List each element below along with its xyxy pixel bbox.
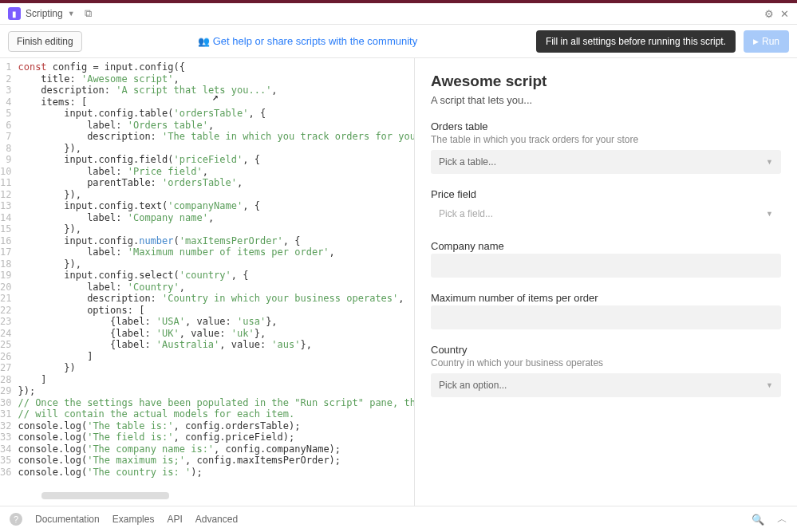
chevron-down-icon: ▼ [766, 158, 773, 166]
settings-pane: Awesome script A script that lets you...… [415, 58, 797, 506]
tab-documentation[interactable]: Documentation [35, 514, 100, 525]
play-icon: ▶ [753, 37, 759, 45]
setting-field: Orders tableThe table in which you track… [431, 120, 781, 174]
finish-editing-button[interactable]: Finish editing [8, 31, 82, 52]
field-label: Orders table [431, 120, 781, 132]
main-area: 1234567891011121314151617181920212223242… [0, 58, 797, 506]
help-label: Get help or share scripts with the commu… [213, 35, 418, 47]
bottom-bar: ? Documentation Examples API Advanced 🔍 … [0, 506, 797, 532]
select-input[interactable]: Pick an option...▼ [431, 373, 781, 397]
tab-examples[interactable]: Examples [112, 514, 155, 525]
help-icon[interactable]: ? [10, 513, 22, 526]
field-label: Country [431, 344, 781, 356]
code-content[interactable]: const config = input.config({ title: 'Aw… [18, 61, 415, 478]
chevron-down-icon: ▼ [766, 210, 773, 218]
select-input[interactable]: Pick a field...▼ [431, 202, 781, 226]
script-description: A script that lets you... [431, 94, 781, 106]
window-title-bar: ▮ Scripting ▼ ⧉ ⚙ ✕ [0, 0, 797, 25]
chevron-up-icon[interactable]: ︿ [777, 512, 787, 526]
setting-field: CountryCountry in which your business op… [431, 344, 781, 397]
run-button[interactable]: ▶ Run [744, 30, 789, 53]
chevron-down-icon: ▼ [766, 381, 773, 389]
script-title: Awesome script [431, 73, 781, 90]
field-label: Company name [431, 240, 781, 252]
code-editor[interactable]: 1234567891011121314151617181920212223242… [0, 58, 415, 506]
tab-advanced[interactable]: Advanced [195, 514, 238, 525]
chevron-down-icon[interactable]: ▼ [68, 10, 75, 18]
select-input[interactable]: Pick a table...▼ [431, 150, 781, 174]
setting-field: Price fieldPick a field...▼ [431, 188, 781, 226]
text-input[interactable] [431, 305, 781, 329]
app-icon: ▮ [8, 7, 21, 20]
field-label: Maximum number of items per order [431, 292, 781, 304]
field-description: The table in which you track orders for … [431, 134, 781, 145]
help-link[interactable]: 👥 Get help or share scripts with the com… [198, 35, 418, 47]
setting-field: Maximum number of items per order [431, 292, 781, 329]
close-icon[interactable]: ✕ [780, 8, 789, 20]
people-icon: 👥 [198, 36, 210, 47]
search-icon[interactable]: 🔍 [752, 514, 764, 526]
app-title: Scripting [26, 8, 63, 19]
toast-message: Fill in all settings before running this… [536, 30, 736, 53]
field-label: Price field [431, 188, 781, 200]
horizontal-scrollbar[interactable] [41, 492, 169, 499]
field-description: Country in which your business operates [431, 357, 781, 368]
run-label: Run [762, 36, 779, 47]
tab-api[interactable]: API [167, 514, 182, 525]
popout-icon[interactable]: ⧉ [85, 7, 92, 20]
toolbar: Finish editing 👥 Get help or share scrip… [0, 25, 797, 58]
text-input[interactable] [431, 254, 781, 278]
gear-icon[interactable]: ⚙ [764, 8, 774, 20]
line-number-gutter: 1234567891011121314151617181920212223242… [0, 61, 18, 478]
setting-field: Company name [431, 240, 781, 278]
